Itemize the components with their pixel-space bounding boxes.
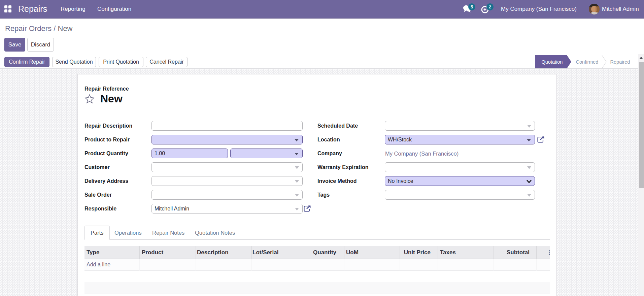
svg-text:Confirmed: Confirmed (576, 59, 599, 65)
svg-text:Quotation: Quotation (542, 59, 563, 65)
svg-text:Repaired: Repaired (610, 59, 630, 65)
